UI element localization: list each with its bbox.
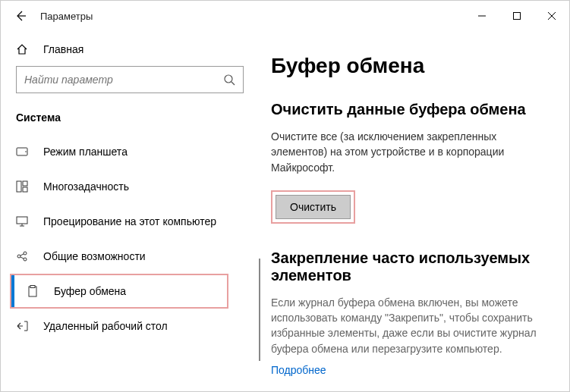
arrow-left-icon xyxy=(14,10,27,22)
page-title: Буфер обмена xyxy=(271,54,551,78)
close-button[interactable] xyxy=(534,1,569,31)
share-icon xyxy=(16,250,30,262)
svg-point-3 xyxy=(25,151,27,152)
sidebar-item-label: Проецирование на этот компьютер xyxy=(43,215,216,227)
svg-rect-7 xyxy=(17,217,27,224)
svg-point-8 xyxy=(17,255,20,258)
clear-description: Очистите все (за исключением закрепленны… xyxy=(271,129,551,175)
sidebar-item-label: Многозадачность xyxy=(43,180,129,193)
home-icon xyxy=(16,43,30,55)
sidebar-item-label: Режим планшета xyxy=(43,146,128,158)
search-box[interactable] xyxy=(16,66,244,93)
section-title: Система xyxy=(1,107,259,134)
body: Главная Система Режим планшета Многозада… xyxy=(1,31,569,391)
svg-rect-5 xyxy=(23,181,27,186)
close-icon xyxy=(548,12,556,20)
search-wrap xyxy=(1,66,259,107)
window-title: Параметры xyxy=(40,11,93,22)
svg-rect-4 xyxy=(17,181,21,192)
pin-description: Если журнал буфера обмена включен, вы мо… xyxy=(271,295,551,356)
sidebar: Главная Система Режим планшета Многозада… xyxy=(1,31,259,391)
search-input[interactable] xyxy=(24,74,223,86)
settings-window: Параметры Главная С xyxy=(0,0,570,392)
search-icon xyxy=(223,74,235,86)
home-link[interactable]: Главная xyxy=(1,37,259,66)
scrollbar-indicator[interactable] xyxy=(259,259,260,361)
svg-rect-12 xyxy=(30,286,35,288)
minimize-icon xyxy=(478,12,486,20)
highlight-clear-button: Очистить xyxy=(271,190,355,224)
back-button[interactable] xyxy=(13,8,28,24)
svg-point-9 xyxy=(24,252,27,255)
window-controls xyxy=(465,1,569,31)
pin-heading: Закрепление часто используемых элементов xyxy=(271,249,551,284)
svg-point-1 xyxy=(225,75,232,83)
clear-button[interactable]: Очистить xyxy=(276,195,351,219)
sidebar-item-clipboard[interactable]: Буфер обмена xyxy=(11,275,227,307)
minimize-button[interactable] xyxy=(465,1,499,31)
multitask-icon xyxy=(16,180,30,193)
content: Буфер обмена Очистить данные буфера обме… xyxy=(259,31,569,391)
clipboard-icon xyxy=(27,285,40,297)
maximize-button[interactable] xyxy=(499,1,534,31)
svg-rect-0 xyxy=(514,13,521,20)
clear-heading: Очистить данные буфера обмена xyxy=(271,101,551,118)
sidebar-item-multitasking[interactable]: Многозадачность xyxy=(1,169,259,204)
sidebar-item-label: Буфер обмена xyxy=(54,285,126,297)
svg-point-10 xyxy=(24,258,27,261)
maximize-icon xyxy=(513,12,521,20)
highlight-clipboard: Буфер обмена xyxy=(10,274,228,309)
sidebar-item-projecting[interactable]: Проецирование на этот компьютер xyxy=(1,204,259,239)
pin-section: Закрепление часто используемых элементов… xyxy=(271,249,551,376)
remote-icon xyxy=(16,320,30,332)
sidebar-item-tablet-mode[interactable]: Режим планшета xyxy=(1,134,259,169)
sidebar-item-label: Удаленный рабочий стол xyxy=(43,320,168,332)
home-label: Главная xyxy=(43,43,83,55)
titlebar: Параметры xyxy=(1,1,569,31)
sidebar-item-shared[interactable]: Общие возможности xyxy=(1,239,259,274)
sidebar-item-label: Общие возможности xyxy=(43,250,146,262)
project-icon xyxy=(16,215,30,227)
sidebar-item-remote-desktop[interactable]: Удаленный рабочий стол xyxy=(1,309,259,343)
learn-more-link[interactable]: Подробнее xyxy=(271,364,326,376)
tablet-icon xyxy=(16,146,30,158)
svg-rect-6 xyxy=(23,187,27,192)
